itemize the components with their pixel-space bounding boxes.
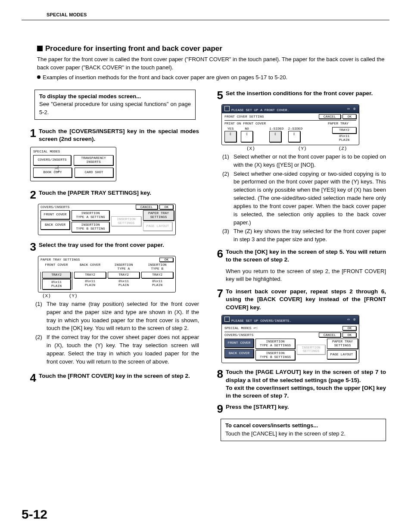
mock-covers-inserts-2: PLEASE SET UP COVERS/INSERTS.▭ 0 SPECIAL…: [221, 315, 359, 364]
header-rule: [22, 20, 389, 20]
front-cover-button[interactable]: FRONT COVER: [224, 339, 254, 348]
two-columns: To display the special modes screen... S…: [25, 90, 386, 441]
content: Procedure for inserting front and back c…: [22, 23, 389, 441]
note-display-special-modes: To display the special modes screen... S…: [34, 90, 196, 120]
paper-tray-settings-button[interactable]: PAPER TRAY SETTINGS: [327, 339, 358, 349]
copy-icon: [224, 106, 230, 111]
insertion-settings-button[interactable]: INSERTION SETTINGS: [111, 216, 141, 227]
insertion-a-button[interactable]: INSERTION TYPE A SETTINGS: [255, 339, 295, 349]
note-title: To display the special modes screen...: [39, 93, 141, 100]
ok-button[interactable]: OK: [159, 258, 173, 262]
step-1: 1 Touch the [COVERS/INSERTS] key in the …: [25, 128, 199, 143]
step5-sub3: (3)The (Z) key shows the tray selected f…: [222, 227, 386, 244]
ok-button[interactable]: OK: [342, 114, 356, 119]
mock-covers-inserts: COVERS/INSERTS CANCEL OK FRONT COVER BAC…: [38, 204, 176, 235]
page: SPECIAL MODES Procedure for inserting fr…: [0, 0, 411, 532]
tray-button[interactable]: TRAY2: [108, 272, 140, 278]
page-layout-button[interactable]: PAGE LAYOUT: [143, 222, 172, 231]
intro-bullet: Examples of insertion methods for the fr…: [37, 74, 386, 82]
mock-paper-tray: PAPER TRAY SETTINGS OK FRONT COVERTRAY28…: [38, 256, 176, 299]
note-cancel: To cancel covers/inserts settings... Tou…: [221, 419, 386, 441]
page-number: 5-12: [22, 507, 47, 522]
finger-icon: ☝: [54, 165, 59, 174]
transparency-inserts-button[interactable]: TRANSPARENCY INSERTS: [74, 155, 113, 165]
return-icon[interactable]: ↩☝: [253, 326, 258, 330]
insertion-a-button[interactable]: INSERTION TYPE A SETTING: [72, 210, 109, 221]
intro-paragraph: The paper for the front cover is called …: [37, 56, 386, 72]
page-layout-button[interactable]: PAGE LAYOUT: [327, 350, 356, 359]
ok-button[interactable]: OK: [342, 333, 356, 337]
note-body: See "General procedure for using special…: [39, 101, 191, 115]
ok-button[interactable]: OK: [159, 205, 173, 209]
step-9: 9 Press the [START] key.: [212, 403, 386, 414]
step-7: 7 To insert back cover paper, repeat ste…: [212, 288, 386, 311]
section-title: Procedure for inserting front and back c…: [37, 44, 386, 53]
cancel-button[interactable]: CANCEL: [319, 333, 341, 337]
tray-button[interactable]: TRAY2: [42, 272, 71, 278]
step3-sub1: (1)The tray name (tray position) selecte…: [35, 300, 199, 333]
note-title: To cancel covers/inserts settings...: [225, 422, 318, 429]
step3-sub2: (2)If the correct tray for the cover she…: [35, 333, 199, 366]
two-sided-button[interactable]: ▯: [288, 131, 300, 142]
mock-front-cover-setting: PLEASE SET UP A FRONT COVER.▭ 0 FRONT CO…: [221, 104, 359, 151]
card-shot-button[interactable]: CARD SHOT: [75, 168, 113, 177]
insertion-settings-button[interactable]: INSERTION SETTINGS: [297, 345, 325, 355]
step5-sub1: (1)Select whether or not the front cover…: [222, 153, 386, 169]
tray-button[interactable]: TRAY2: [141, 272, 173, 278]
step-4: 4 Touch the [FRONT COVER] key in the scr…: [25, 372, 199, 383]
insertion-b-button[interactable]: INSERTION TYPE B SETTING: [72, 222, 109, 232]
front-cover-button[interactable]: FRONT COVER: [40, 210, 70, 219]
running-header: SPECIAL MODES: [47, 12, 389, 17]
section-title-text: Procedure for inserting front and back c…: [45, 44, 222, 53]
no-button[interactable]: ▯: [241, 131, 253, 142]
step6-body: When you return to the screen of step 2,…: [226, 268, 386, 284]
one-sided-button[interactable]: ▯: [269, 131, 281, 142]
step-3: 3 Select the tray used for the front cov…: [25, 241, 199, 252]
ok-button[interactable]: OK: [342, 326, 356, 331]
step-6: 6 Touch the [OK] key in the screen of st…: [212, 248, 386, 264]
note-body: Touch the [CANCEL] key in the screen of …: [225, 430, 346, 437]
cancel-button[interactable]: CANCEL: [319, 114, 341, 119]
step-2: 2 Touch the [PAPER TRAY SETTINGS] key.: [25, 189, 199, 200]
step5-sub2: (2)Select whether one-sided copying or t…: [222, 170, 386, 227]
covers-inserts-button[interactable]: COVERS/INSERTS: [33, 155, 71, 165]
tray-button[interactable]: TRAY2: [74, 272, 106, 278]
cancel-button[interactable]: CANCEL: [136, 205, 158, 209]
left-column: To display the special modes screen... S…: [25, 90, 199, 441]
book-copy-button[interactable]: BOOK COPY: [33, 168, 72, 177]
tray-button[interactable]: TRAY2: [332, 127, 356, 134]
mock-special-modes: SPECIAL MODES COVERS/INSERTS TRANSPARENC…: [30, 147, 116, 181]
copy-icon: [224, 317, 230, 322]
back-cover-button[interactable]: BACK COVER: [224, 349, 254, 358]
paper-tray-settings-button[interactable]: PAPER TRAY SETTINGS: [143, 210, 174, 221]
square-bullet-icon: [37, 46, 43, 51]
yes-button[interactable]: ▯: [224, 131, 237, 142]
dot-icon: [37, 75, 40, 79]
back-cover-button[interactable]: BACK COVER: [40, 221, 70, 230]
right-column: 5 Set the insertion conditions for the f…: [212, 90, 386, 441]
step-5: 5 Set the insertion conditions for the f…: [212, 90, 386, 101]
step-8: 8 Touch the [PAGE LAYOUT] key in the scr…: [212, 368, 386, 400]
insertion-b-button[interactable]: INSERTION TYPE B SETTINGS: [255, 350, 295, 361]
